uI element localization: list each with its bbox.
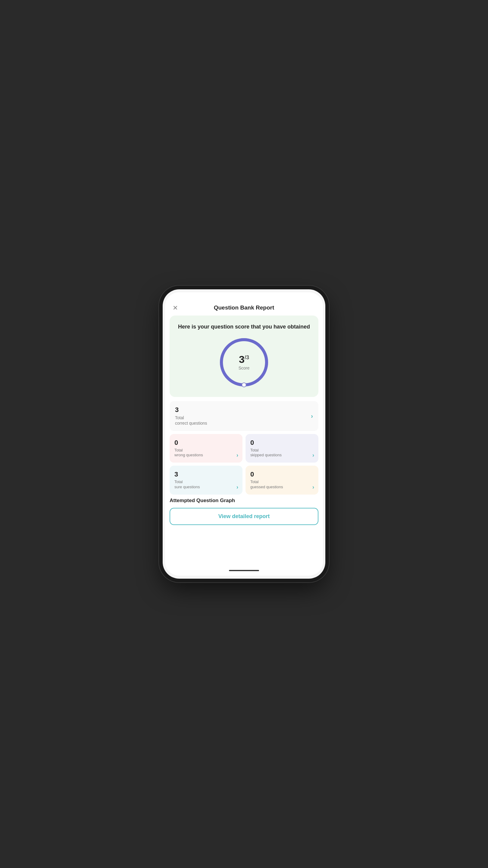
status-bar bbox=[165, 292, 323, 301]
score-card: Here is your question score that you hav… bbox=[170, 315, 318, 397]
correct-questions-info: 3 Total correct questions bbox=[175, 406, 207, 426]
correct-questions-card[interactable]: 3 Total correct questions › bbox=[170, 401, 318, 431]
sure-desc: Total sure questions bbox=[174, 479, 238, 490]
circle-dot bbox=[242, 383, 246, 387]
score-value: 3/3 bbox=[239, 354, 249, 364]
score-label: Score bbox=[238, 366, 250, 370]
guessed-count: 0 bbox=[250, 470, 314, 478]
wrong-desc: Total wrong questions bbox=[174, 448, 238, 458]
circle-center-text: 3/3 Score bbox=[238, 354, 250, 370]
guessed-chevron-icon: › bbox=[313, 484, 314, 490]
wrong-questions-card[interactable]: 0 Total wrong questions › bbox=[170, 434, 242, 463]
close-icon bbox=[172, 304, 178, 311]
skipped-chevron-icon: › bbox=[313, 452, 314, 458]
correct-chevron-icon: › bbox=[311, 412, 313, 420]
score-card-title: Here is your question score that you hav… bbox=[178, 323, 310, 331]
skipped-desc: Total skipped questions bbox=[250, 448, 314, 458]
header: Question Bank Report bbox=[165, 301, 323, 315]
guessed-questions-card[interactable]: 0 Total guessed questions › bbox=[246, 466, 318, 495]
close-button[interactable] bbox=[171, 304, 180, 312]
main-content: Here is your question score that you hav… bbox=[165, 315, 323, 567]
score-denominator: /3 bbox=[245, 354, 249, 361]
sure-chevron-icon: › bbox=[236, 484, 238, 490]
page-title: Question Bank Report bbox=[214, 304, 274, 311]
bottom-bar bbox=[165, 567, 323, 576]
skipped-count: 0 bbox=[250, 439, 314, 447]
wrong-count: 0 bbox=[174, 439, 238, 447]
sure-count: 3 bbox=[174, 470, 238, 478]
correct-desc: Total correct questions bbox=[175, 415, 207, 426]
phone-screen: Question Bank Report Here is your questi… bbox=[165, 292, 323, 576]
sure-guessed-row: 3 Total sure questions › 0 Total guessed… bbox=[170, 466, 318, 495]
skipped-questions-card[interactable]: 0 Total skipped questions › bbox=[246, 434, 318, 463]
correct-count: 3 bbox=[175, 406, 207, 414]
score-circle: 3/3 Score bbox=[218, 337, 270, 388]
home-indicator bbox=[229, 570, 259, 571]
view-report-button[interactable]: View detailed report bbox=[170, 508, 318, 525]
sure-questions-card[interactable]: 3 Total sure questions › bbox=[170, 466, 242, 495]
wrong-skipped-row: 0 Total wrong questions › 0 Total skippe… bbox=[170, 434, 318, 463]
graph-section-title: Attempted Question Graph bbox=[170, 498, 318, 504]
phone-frame: Question Bank Report Here is your questi… bbox=[163, 289, 325, 579]
wrong-chevron-icon: › bbox=[236, 452, 238, 458]
guessed-desc: Total guessed questions bbox=[250, 479, 314, 490]
